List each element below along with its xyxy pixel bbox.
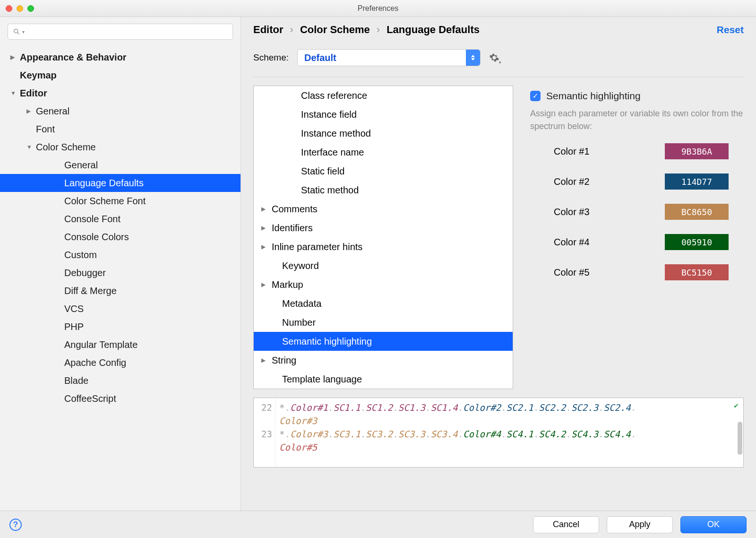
search-icon <box>13 28 20 35</box>
minimize-window-button[interactable] <box>17 5 23 12</box>
sidebar-item[interactable]: Diff & Merge <box>0 282 241 300</box>
sidebar-item-label: Font <box>36 124 55 135</box>
sidebar-item[interactable]: Console Font <box>0 210 241 228</box>
color-swatch[interactable]: 9B3B6A <box>665 143 729 159</box>
scheme-select[interactable]: Default <box>297 49 481 66</box>
search-history-chevron-icon[interactable]: ▾ <box>22 29 25 35</box>
attribute-item[interactable]: ▶Comments <box>254 200 513 218</box>
sidebar-item[interactable]: Color Scheme Font <box>0 192 241 210</box>
sidebar-item-label: General <box>36 106 69 117</box>
attribute-item[interactable]: Semantic highlighting <box>254 332 513 351</box>
sidebar-item[interactable]: Apache Config <box>0 354 241 372</box>
attribute-item[interactable]: Static method <box>254 181 513 200</box>
attribute-label: Identifiers <box>272 223 313 234</box>
scheme-label: Scheme: <box>253 52 289 63</box>
attribute-item[interactable]: Instance method <box>254 124 513 143</box>
search-input[interactable]: ▾ <box>8 24 233 40</box>
attribute-item[interactable]: Template language <box>254 370 513 389</box>
sidebar-item-label: General <box>64 160 98 171</box>
sidebar-item-label: Color Scheme Font <box>64 196 146 207</box>
sidebar-item[interactable]: CoffeeScript <box>0 390 241 408</box>
breadcrumb-item[interactable]: Color Scheme <box>300 24 370 36</box>
help-button[interactable]: ? <box>9 519 22 531</box>
sidebar-item[interactable]: ▶Appearance & Behavior <box>0 48 241 66</box>
sidebar-item[interactable]: Console Colors <box>0 228 241 246</box>
attribute-item[interactable]: ▶Markup <box>254 275 513 294</box>
attribute-label: String <box>272 355 296 366</box>
color-swatch[interactable]: 114D77 <box>665 174 729 190</box>
sidebar-item-label: Diff & Merge <box>64 286 117 296</box>
inspections-ok-icon[interactable]: ✔ <box>734 401 739 410</box>
sidebar-item[interactable]: ▼Editor <box>0 84 241 102</box>
sidebar-item[interactable]: PHP <box>0 318 241 336</box>
sidebar-item-label: VCS <box>64 304 84 314</box>
sidebar-item[interactable]: Custom <box>0 246 241 264</box>
attribute-label: Instance field <box>301 109 357 120</box>
semantic-highlighting-description: Assign each parameter or variable its ow… <box>530 107 744 133</box>
close-window-button[interactable] <box>6 5 12 12</box>
color-swatch[interactable]: BC8650 <box>665 204 729 220</box>
sidebar-item[interactable]: General <box>0 156 241 174</box>
attributes-list[interactable]: Class referenceInstance fieldInstance me… <box>253 86 513 389</box>
color-row: Color #2114D77 <box>554 174 729 190</box>
sidebar-item-label: CoffeeScript <box>64 393 116 404</box>
divider <box>253 77 744 77</box>
attribute-item[interactable]: ▶Identifiers <box>254 218 513 237</box>
attribute-item[interactable]: Instance field <box>254 105 513 124</box>
breadcrumb-item: Language Defaults <box>387 24 480 36</box>
apply-button[interactable]: Apply <box>607 516 673 533</box>
color-swatch[interactable]: 005910 <box>665 234 729 250</box>
semantic-highlighting-checkbox[interactable]: ✓ <box>530 91 541 101</box>
gear-icon <box>489 52 499 63</box>
options-panel: ✓ Semantic highlighting Assign each para… <box>530 86 744 389</box>
titlebar: Preferences <box>0 0 756 17</box>
attribute-item[interactable]: ▶String <box>254 351 513 370</box>
attribute-item[interactable]: Static field <box>254 162 513 181</box>
sidebar-item[interactable]: ▶General <box>0 102 241 120</box>
attribute-item[interactable]: ▶Inline parameter hints <box>254 237 513 256</box>
attribute-item[interactable]: Keyword <box>254 256 513 275</box>
attribute-item[interactable]: Interface name <box>254 143 513 162</box>
line-number: 23 <box>254 427 272 454</box>
color-label: Color #5 <box>554 267 590 278</box>
cancel-button[interactable]: Cancel <box>533 516 599 533</box>
breadcrumb-item[interactable]: Editor <box>253 24 284 36</box>
sidebar-item-label: Color Scheme <box>36 142 96 153</box>
sidebar-item-label: Blade <box>64 375 88 386</box>
sidebar-item[interactable]: VCS <box>0 300 241 318</box>
ok-button[interactable]: OK <box>680 516 747 533</box>
attribute-item[interactable]: Metadata <box>254 294 513 313</box>
attribute-label: Comments <box>272 204 318 215</box>
sidebar-item-label: Editor <box>20 88 47 99</box>
color-row: Color #19B3B6A <box>554 143 729 159</box>
maximize-window-button[interactable] <box>27 5 34 12</box>
attribute-label: Class reference <box>301 90 367 101</box>
reset-link[interactable]: Reset <box>717 24 744 35</box>
sidebar-item[interactable]: ▼Color Scheme <box>0 138 241 156</box>
scrollbar-thumb[interactable] <box>738 422 742 455</box>
color-row: Color #5BC5150 <box>554 264 729 280</box>
code-area: *.Color#1.SC1.1.SC1.2.SC1.3.SC1.4.Color#… <box>275 398 743 467</box>
scheme-actions-button[interactable]: ▾ <box>489 52 499 63</box>
color-spectrum-list: Color #19B3B6AColor #2114D77Color #3BC86… <box>530 143 744 280</box>
color-label: Color #1 <box>554 146 590 157</box>
sidebar-item-label: Appearance & Behavior <box>20 52 127 63</box>
chevron-right-icon: ▶ <box>26 108 36 114</box>
sidebar-item-label: Angular Template <box>64 339 137 350</box>
attribute-item[interactable]: Class reference <box>254 86 513 105</box>
attribute-label: Template language <box>282 374 362 385</box>
sidebar-item[interactable]: Keymap <box>0 66 241 84</box>
sidebar-item[interactable]: Language Defaults <box>0 174 241 192</box>
attribute-item[interactable]: Number <box>254 313 513 332</box>
chevron-right-icon: ▶ <box>261 357 272 364</box>
sidebar-item-label: Language Defaults <box>64 178 144 189</box>
color-swatch[interactable]: BC5150 <box>665 264 729 280</box>
sidebar-item[interactable]: Blade <box>0 372 241 390</box>
sidebar-item[interactable]: Debugger <box>0 264 241 282</box>
sidebar-item[interactable]: Font <box>0 120 241 138</box>
scheme-value: Default <box>304 52 336 63</box>
color-label: Color #2 <box>554 176 590 187</box>
color-label: Color #3 <box>554 207 590 217</box>
sidebar-item[interactable]: Angular Template <box>0 336 241 354</box>
chevron-right-icon: › <box>377 24 380 36</box>
